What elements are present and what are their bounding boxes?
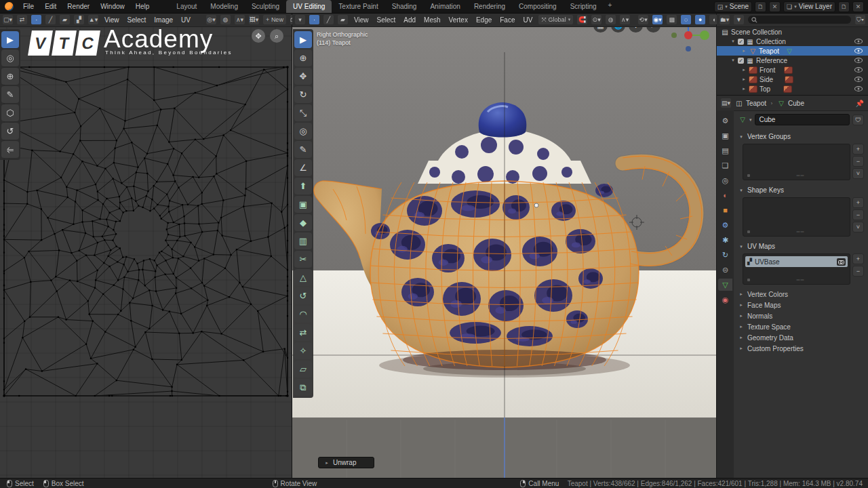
panel-normals[interactable]: ▸ Normals (738, 310, 864, 321)
hide-eye-icon[interactable] (854, 48, 863, 54)
new-view-layer-button[interactable]: 🗋 (838, 1, 850, 12)
tab-world-icon[interactable]: ◐ (718, 189, 732, 201)
tab-shading[interactable]: Shading (385, 0, 424, 13)
outliner-row-teapot[interactable]: ▸ ▽ Teapot ▽ (717, 46, 868, 56)
uv-pan-icon[interactable]: ✥ (252, 29, 265, 43)
editor-type-3d-icon[interactable]: ▾ (295, 15, 305, 24)
properties-type-icon[interactable]: ▤▾ (721, 98, 731, 108)
panel-texture-space[interactable]: ▸ Texture Space (738, 321, 864, 332)
uv-select-face-icon[interactable]: ▰ (60, 15, 70, 24)
uv-select-island-icon[interactable]: ▞ (74, 15, 84, 24)
vp-menu-select[interactable]: Select (375, 16, 398, 24)
outliner-search-input[interactable] (748, 16, 851, 24)
tab-object-data-icon[interactable]: ▽ (718, 279, 732, 291)
snap-target-icon[interactable]: ⊙▾ (591, 15, 601, 24)
tool-cursor[interactable]: ⊕ (294, 49, 312, 66)
add-shape-key-button[interactable]: + (852, 197, 864, 208)
tool-edge-slide[interactable]: ⇄ (294, 324, 312, 341)
tab-particles-icon[interactable]: ✱ (718, 234, 732, 246)
collection-checkbox[interactable]: ✓ (738, 39, 744, 45)
snap-magnet-icon[interactable]: 🧲 (577, 15, 587, 24)
uv-maps-list[interactable]: ▞ UVBase ══ (743, 253, 850, 285)
tab-compositing[interactable]: Compositing (512, 0, 564, 13)
hide-eye-icon[interactable] (854, 77, 863, 82)
editor-type-uv-icon[interactable]: ▢▾ (3, 15, 13, 24)
breadcrumb-data[interactable]: Cube (788, 100, 804, 107)
tool-shrink-fatten[interactable]: ✧ (294, 342, 312, 359)
uv-tool-grab[interactable]: ⬡ (1, 104, 19, 121)
blender-icon[interactable] (5, 2, 14, 11)
render-camera-icon[interactable] (837, 258, 846, 266)
tab-modeling[interactable]: Modeling (203, 0, 245, 13)
orientation-selector[interactable]: ⤧ Global ▾ (538, 15, 573, 24)
uv-canvas[interactable] (0, 26, 292, 478)
tab-object-icon[interactable]: ■ (718, 204, 732, 216)
tab-constraints-icon[interactable]: ⊝ (718, 264, 732, 276)
panel-shape-keys[interactable]: ▾ Shape Keys (738, 184, 864, 196)
uv-menu-uv[interactable]: UV (179, 16, 193, 24)
outliner-options-icon[interactable]: ⛉▾ (855, 15, 865, 24)
uv-tool-select[interactable]: ▶ (1, 31, 19, 48)
delete-view-layer-button[interactable]: ✕ (852, 1, 864, 12)
tab-material-icon[interactable]: ◉ (718, 293, 732, 306)
view-layer-selector[interactable]: ❏ ▾ View Layer (783, 1, 835, 12)
scene-selector[interactable]: ◲ ▾ Scene (714, 1, 752, 12)
xray-toggle-icon[interactable]: ▩ (667, 15, 677, 24)
tool-extrude[interactable]: ⬆ (294, 178, 312, 195)
shading-solid-icon[interactable]: ● (695, 15, 705, 24)
tool-knife[interactable]: ✂ (294, 251, 312, 268)
vp-menu-edge[interactable]: Edge (474, 16, 494, 24)
shading-wireframe-icon[interactable]: ◌ (681, 15, 691, 24)
tool-rip-region[interactable]: ⧉ (294, 379, 312, 396)
delete-scene-button[interactable]: ✕ (769, 1, 781, 12)
tool-select-box[interactable]: ▶ (294, 31, 312, 48)
hide-eye-icon[interactable] (854, 86, 863, 92)
add-workspace-button[interactable]: + (604, 0, 617, 13)
tab-modifiers-icon[interactable]: ⚙ (718, 219, 732, 231)
new-scene-button[interactable]: 🗋 (755, 1, 766, 12)
select-mode-edge-icon[interactable]: ╱ (323, 15, 334, 24)
tab-view-layer-icon[interactable]: ❏ (718, 159, 732, 171)
tool-bevel[interactable]: ◆ (294, 214, 312, 231)
proportional-edit-icon[interactable]: ◍ (606, 15, 616, 24)
operator-panel-unwrap[interactable]: ▸ Unwrap (318, 457, 374, 468)
vp-menu-view[interactable]: View (352, 16, 371, 24)
tool-loop-cut[interactable]: ▥ (294, 232, 312, 249)
uv-tool-pinch[interactable]: ⥢ (1, 141, 19, 158)
shape-key-specials-button[interactable]: ˅ (852, 222, 864, 232)
vp-menu-vertex[interactable]: Vertex (447, 16, 470, 24)
outliner-type-icon[interactable]: 🖿▾ (719, 15, 730, 24)
tab-rendering[interactable]: Rendering (467, 0, 512, 13)
new-image-button[interactable]: + New (263, 15, 286, 24)
uv-falloff-icon[interactable]: ∧▾ (235, 15, 245, 24)
uv-map-row-active[interactable]: ▞ UVBase (745, 256, 848, 267)
uv-menu-select[interactable]: Select (125, 16, 149, 24)
uv-tool-relax[interactable]: ↺ (1, 123, 19, 140)
menu-render[interactable]: Render (62, 0, 95, 13)
fake-user-icon[interactable]: 🛡 (852, 115, 864, 125)
tool-annotate[interactable]: ✎ (294, 141, 312, 158)
tab-layout[interactable]: Layout (170, 0, 203, 13)
tab-sculpting[interactable]: Sculpting (245, 0, 286, 13)
tab-physics-icon[interactable]: ↻ (718, 249, 732, 261)
uv-sync-selection-icon[interactable]: ⇄ (17, 15, 27, 24)
vp-menu-face[interactable]: Face (498, 16, 517, 24)
select-mode-face-icon[interactable]: ▰ (338, 15, 348, 24)
uv-select-vertex-icon[interactable]: ∙ (31, 15, 41, 24)
uv-image-browse-icon[interactable]: 🖽▾ (249, 15, 259, 24)
menu-file[interactable]: File (18, 0, 39, 13)
tab-tool-icon[interactable]: ⚙ (718, 115, 732, 127)
outliner-filter-icon[interactable]: ▼ (734, 15, 744, 24)
panel-vertex-groups[interactable]: ▾ Vertex Groups (738, 131, 864, 142)
panel-geometry-data[interactable]: ▸ Geometry Data (738, 332, 864, 343)
hide-eye-icon[interactable] (854, 58, 863, 63)
outliner-row-reference[interactable]: ▾ ✓ ▦ Reference (717, 56, 868, 65)
tab-texture-paint[interactable]: Texture Paint (332, 0, 384, 13)
uv-menu-image[interactable]: Image (152, 16, 175, 24)
uv-proportional-icon[interactable]: ◍ (220, 15, 231, 24)
falloff-icon[interactable]: ∧▾ (620, 15, 630, 24)
collection-checkbox[interactable]: ✓ (738, 58, 744, 64)
panel-custom-properties[interactable]: ▸ Custom Properties (738, 343, 864, 354)
hide-eye-icon[interactable] (854, 67, 863, 73)
tool-shear[interactable]: ▱ (294, 361, 312, 378)
